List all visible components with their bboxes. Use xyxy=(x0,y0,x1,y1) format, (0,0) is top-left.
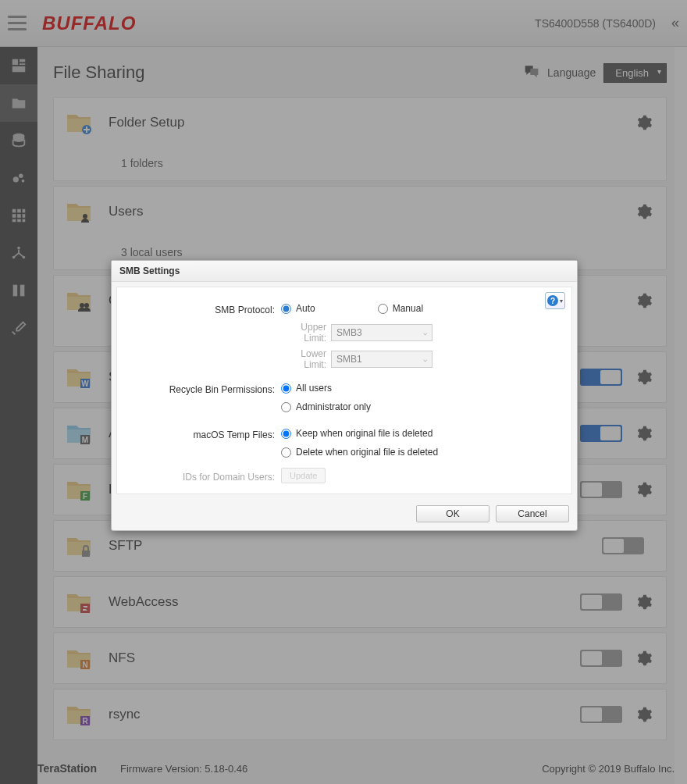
radio-macos-delete[interactable]: Delete when original file is deleted xyxy=(281,447,561,458)
select-lower-limit: SMB1⌵ xyxy=(331,351,432,368)
select-upper-limit: SMB3⌵ xyxy=(331,324,432,341)
help-button[interactable]: ?▾ xyxy=(545,292,565,309)
ok-button[interactable]: OK xyxy=(416,505,489,522)
chevron-down-icon: ▾ xyxy=(560,298,563,305)
radio-protocol-manual[interactable]: Manual xyxy=(378,303,423,314)
label-ids-domain: IDs for Domain Users: xyxy=(128,470,281,483)
help-icon: ? xyxy=(547,295,558,306)
smb-settings-dialog: SMB Settings ?▾ SMB Protocol: Auto Manua… xyxy=(111,260,578,531)
dialog-title: SMB Settings xyxy=(112,261,577,282)
label-macos-temp: macOS Temp Files: xyxy=(128,428,281,440)
update-ids-button: Update xyxy=(281,468,326,483)
cancel-button[interactable]: Cancel xyxy=(496,505,569,522)
label-smb-protocol: SMB Protocol: xyxy=(128,303,281,315)
chevron-down-icon: ⌵ xyxy=(423,355,427,363)
chevron-down-icon: ⌵ xyxy=(423,329,427,337)
radio-macos-keep[interactable]: Keep when original file is deleted xyxy=(281,428,561,439)
radio-protocol-auto[interactable]: Auto xyxy=(281,303,315,314)
label-lower-limit: Lower Limit: xyxy=(281,348,331,370)
label-upper-limit: Upper Limit: xyxy=(281,322,331,344)
label-recycle-bin: Recycle Bin Permissions: xyxy=(128,383,281,395)
radio-recycle-admin[interactable]: Administrator only xyxy=(281,401,561,412)
radio-recycle-all[interactable]: All users xyxy=(281,383,561,394)
